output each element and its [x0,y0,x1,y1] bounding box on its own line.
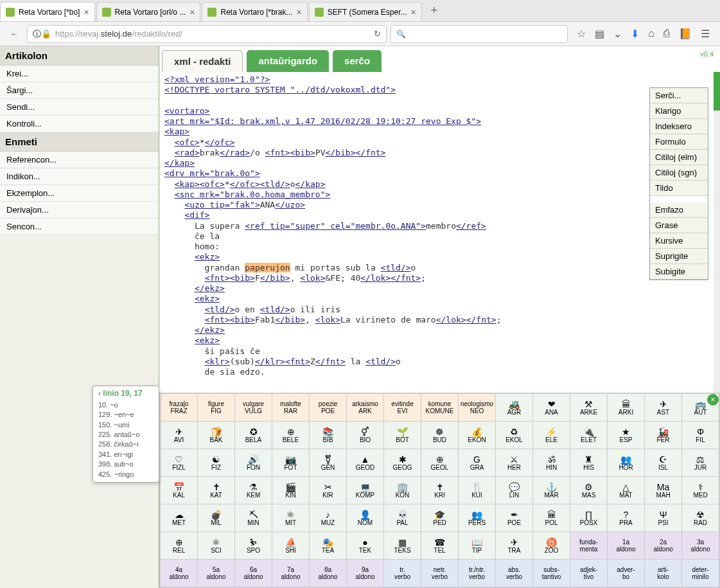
grid-cell-tivo[interactable]: adjek-tivo [570,560,607,587]
grid-cell-ast[interactable]: ✈AST [645,394,681,421]
artikolon-item[interactable]: Sendi... [0,99,159,116]
grid-cell-mil[interactable]: 💣MIL [198,504,234,531]
grid-cell-komune[interactable]: komuneKOMUNE [421,394,458,421]
grid-cell-ped[interactable]: 🎓PED [421,504,458,531]
grid-cell-tantivo[interactable]: subs-tantivo [533,560,570,587]
right-panel-item[interactable]: Kursive [650,233,708,249]
download-icon[interactable]: ⬇ [631,28,639,40]
right-panel-item[interactable]: Suprigite [650,249,708,264]
grid-cell-geog[interactable]: ✱GEOG [384,449,421,476]
grid-cell-tip[interactable]: 📖TIP [459,532,495,559]
grid-cell-met[interactable]: ☁MET [161,504,197,531]
grid-cell-verbo[interactable]: abs.verbo [496,560,532,587]
grid-cell-fig[interactable]: figureFIG [198,394,234,421]
artikolon-item[interactable]: Ŝargi... [0,82,159,99]
grid-cell-lin[interactable]: 💬LIN [496,477,532,504]
enmeti-item[interactable]: Referencon... [0,152,159,168]
grid-cell-evi[interactable]: evitindeEVI [384,394,421,421]
grid-cell-ekol[interactable]: ♻EKOL [496,422,532,449]
grid-cell-menta[interactable]: funda-menta [570,532,607,559]
grid-cell-zoo[interactable]: ♉ZOO [533,532,570,559]
grid-cell-bud[interactable]: ☸BUD [421,422,458,449]
grid-cell-his[interactable]: ♜HIS [570,449,607,476]
grid-cell-mah[interactable]: MaMAH [645,477,681,504]
grid-cell-ana[interactable]: ❤ANA [533,394,570,421]
right-panel-item[interactable]: Indeksero [650,119,708,134]
grid-cell-ark[interactable]: arkaismoARK [347,394,383,421]
grid-cell-tra[interactable]: ✈TRA [496,532,532,559]
reload-icon[interactable]: ↻ [374,29,381,39]
browser-tab[interactable]: Reta Vortaro [*bo]× [0,2,95,21]
enmeti-item[interactable]: Ekzemplon... [0,185,159,202]
grid-cell-bele[interactable]: ⊕BELE [272,422,309,449]
content-tab[interactable]: serĉo [333,50,382,72]
book-icon[interactable]: 📙 [679,28,692,40]
grid-cell-kat[interactable]: ✝KAT [198,477,234,504]
tab-close-icon[interactable]: × [297,7,302,17]
browser-tab[interactable]: Reta Vortaro [*brak...× [202,2,307,21]
grid-cell-muz[interactable]: ♪MUZ [310,504,346,531]
grid-cell-poe[interactable]: poeziePOE [310,394,346,421]
grid-cell-fiz[interactable]: ☯FIZ [198,449,234,476]
grid-cell-hin[interactable]: ॐHIN [533,449,570,476]
grid-cell-fer[interactable]: 🚂FER [645,422,681,449]
screenshot-icon[interactable]: ⎙ [663,28,670,40]
grid-cell-mit[interactable]: ⚛MIT [272,504,309,531]
right-panel-item[interactable]: Grase [650,218,708,233]
grid-cell-elet[interactable]: 🔌ELET [570,422,607,449]
grid-cell-geol[interactable]: ⊕GEOL [421,449,458,476]
enmeti-item[interactable]: Indikon... [0,168,159,185]
grid-cell-ele[interactable]: ⚡ELE [533,422,570,449]
grid-cell-arki[interactable]: 🏛ARKI [608,394,644,421]
grid-cell-avi[interactable]: ✈AVI [161,422,197,449]
grid-cell-bot[interactable]: 🌱BOT [384,422,421,449]
home-icon[interactable]: ⌂ [648,28,654,40]
grid-cell-bo[interactable]: adver-bo [608,560,644,587]
grid-cell-kui[interactable]: 🍴KUI [459,477,495,504]
grid-cell-bio[interactable]: ⚥BIO [347,422,383,449]
grid-cell-mas[interactable]: ⚙MAS [570,477,607,504]
right-panel-item[interactable]: Emfazo [650,202,708,218]
browser-tab[interactable]: Reta Vortaro [orl/o ...× [96,2,201,21]
grid-cell-bib[interactable]: 📚BIB [310,422,346,449]
grid-cell-komp[interactable]: 💻KOMP [347,477,383,504]
grid-cell-arke[interactable]: ⚒ARKE [570,394,607,421]
right-panel-item[interactable]: Citiloj (elm) [650,150,708,165]
grid-cell-vulg[interactable]: vulgareVULG [235,394,272,421]
grid-cell-aldono[interactable]: 6aaldono [235,560,272,587]
grid-cell-geod[interactable]: ▲GEOD [347,449,383,476]
grid-cell-rad[interactable]: ☢RAD [682,504,719,531]
grid-cell-bak[interactable]: 🍞BAK [198,422,234,449]
new-tab-button[interactable]: + [423,0,446,21]
grid-cell-sci[interactable]: ⚛SCI [198,532,234,559]
grid-cell-bela[interactable]: ✪BELA [235,422,272,449]
grid-cell-aldono[interactable]: 3aaldono [682,532,719,559]
grid-cell-agr[interactable]: 🚜AGR [496,394,532,421]
grid-cell-med[interactable]: ⚕MED [682,477,719,504]
pocket-icon[interactable]: ⌄ [613,28,622,40]
grid-cell-spo[interactable]: ⛷SPO [235,532,272,559]
grid-cell-psi[interactable]: ΨPSI [645,504,681,531]
grid-cell-pers[interactable]: 👥PERS [459,504,495,531]
grid-cell-jur[interactable]: ⚖JUR [682,449,719,476]
editor-scrollbar[interactable] [714,72,720,393]
enmeti-item[interactable]: Derivaĵon... [0,202,159,218]
grid-cell-rar[interactable]: malofteRAR [272,394,309,421]
grid-cell-verbo[interactable]: tr.verbo [384,560,421,587]
grid-cell-fizl[interactable]: ♡FIZL [161,449,197,476]
artikolon-item[interactable]: Krei... [0,66,159,82]
back-button[interactable]: ← [5,25,23,43]
grid-cell-pol[interactable]: 🏛POL [533,504,570,531]
search-input[interactable] [391,25,568,43]
grid-cell-nom[interactable]: 👤NOM [347,504,383,531]
grid-cell-aldono[interactable]: 9aaldono [347,560,383,587]
grid-cell-tek[interactable]: ●TEK [347,532,383,559]
grid-cell-tel[interactable]: ☎TEL [421,532,458,559]
grid-cell-poe[interactable]: ✒POE [496,504,532,531]
grid-cell-fraz[interactable]: frazaĵoFRAZ [161,394,197,421]
grid-cell-kri[interactable]: ✝KRI [421,477,458,504]
url-input[interactable]: ⓘ 🔒 https://revaj.steloj.de/redaktilo/re… [27,25,387,43]
grid-cell-kon[interactable]: 🏢KON [384,477,421,504]
grid-cell-aldono[interactable]: 2aaldono [645,532,681,559]
right-panel-item[interactable]: Formulo [650,134,708,150]
